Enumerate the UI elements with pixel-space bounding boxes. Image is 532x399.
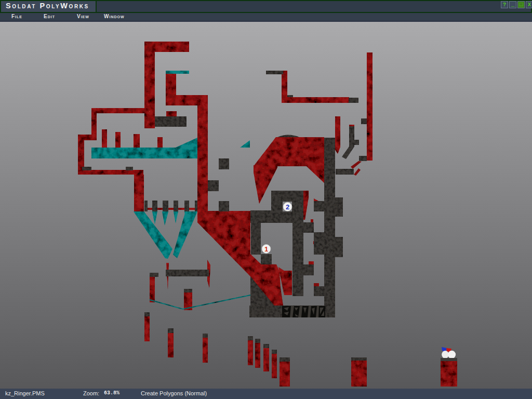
svg-text:2: 2 — [286, 203, 289, 211]
svg-text:1: 1 — [264, 245, 268, 253]
